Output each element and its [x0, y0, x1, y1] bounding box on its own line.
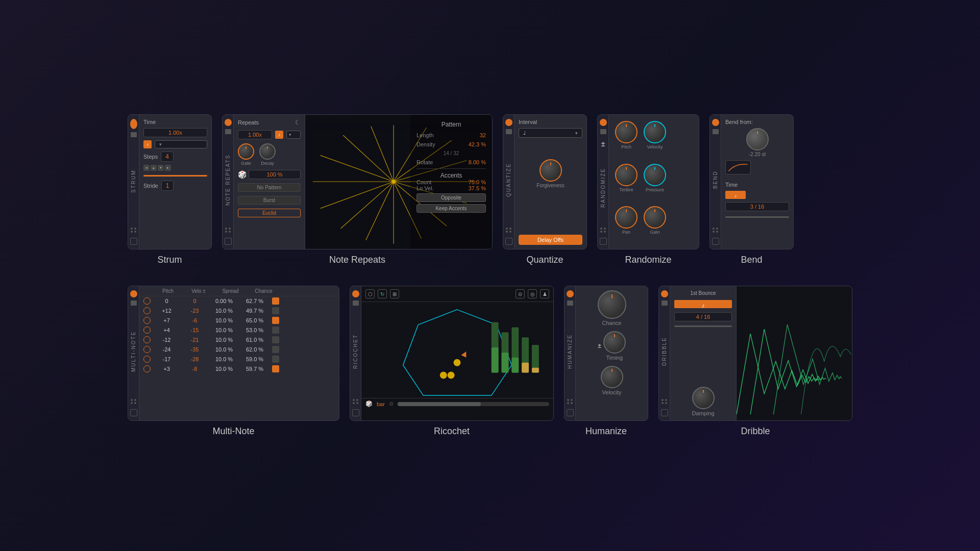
strum-arrow-right[interactable]: ▸ — [165, 165, 171, 171]
keep-accents-btn[interactable]: Keep Accents — [416, 204, 486, 213]
strum-time-label: Time — [143, 119, 207, 125]
mn-row3-velo: -15 — [181, 327, 209, 333]
drib-note-icon[interactable]: ♪ — [674, 300, 732, 308]
rico-icon-target[interactable]: ◎ — [528, 289, 537, 298]
bend-knob-group: -2.20 st — [725, 128, 789, 157]
hum-timing-knob[interactable] — [603, 331, 626, 354]
quantize-wrapper: QUANTIZE Interval ♩ Forgiveness — [503, 114, 587, 265]
pattern-title: Pattern — [416, 121, 486, 128]
pattern-rotate-value[interactable]: 8.00 % — [469, 159, 486, 165]
main-container: STRUM Time 1.00x ♪ Ste — [107, 94, 873, 457]
strum-sidebar-label: STRUM — [131, 140, 136, 222]
mn-row-0[interactable]: 0 0 0.00 % 62.7 % — [139, 296, 339, 306]
drib-damping-knob[interactable] — [692, 387, 715, 409]
mn-row7-power[interactable] — [143, 365, 151, 372]
hum-velocity-group: Velocity — [601, 366, 623, 395]
mn-row3-power[interactable] — [143, 327, 151, 334]
nr-burst-btn[interactable]: Burst — [238, 196, 301, 205]
strum-arrow-up[interactable]: ▴ — [151, 165, 157, 171]
bend-sidebar-label: BEND — [713, 137, 718, 222]
rico-icon-rotate[interactable]: ↻ — [378, 289, 387, 298]
strum-steps-value[interactable]: 4 — [161, 152, 174, 162]
rand-pressure-knob[interactable] — [644, 164, 666, 186]
rand-power[interactable] — [600, 119, 607, 126]
hum-power[interactable] — [567, 290, 574, 297]
hum-sidebar-dots — [567, 399, 573, 404]
rand-pan-knob[interactable] — [615, 206, 638, 229]
hum-sidebar-icon — [567, 300, 573, 306]
q-delay-offs-btn[interactable]: Delay Offs — [519, 235, 582, 245]
hum-velocity-knob[interactable] — [601, 366, 623, 388]
mn-power[interactable] — [130, 290, 137, 297]
rand-gain-knob[interactable] — [644, 206, 666, 229]
opposite-btn[interactable]: Opposite — [416, 193, 486, 202]
ricochet-label: Ricochet — [434, 426, 470, 437]
strum-power[interactable] — [130, 119, 137, 129]
rico-icon-grid[interactable]: ⊞ — [390, 289, 399, 298]
rico-power[interactable] — [352, 290, 359, 297]
nr-rate-value[interactable]: 1.00x — [238, 130, 272, 139]
svg-rect-31 — [522, 363, 529, 373]
mn-row5-power[interactable] — [143, 346, 151, 353]
strum-stride-value[interactable]: 1 — [161, 181, 174, 191]
mn-row-5[interactable]: -24 -35 10.0 % 62.0 % — [139, 345, 339, 355]
rico-icon-dot[interactable]: ⊙ — [516, 289, 525, 298]
rand-timbre-knob[interactable] — [615, 164, 638, 186]
bend-time-note[interactable]: ♪ — [725, 191, 746, 199]
nr-decay-knob[interactable] — [259, 143, 276, 160]
pattern-rotate-row: Rotate 8.00 % — [416, 159, 486, 165]
bend-knob[interactable] — [746, 128, 769, 151]
q-interval-dropdown[interactable]: ♩ — [519, 128, 582, 138]
mn-row1-power[interactable] — [143, 307, 151, 314]
mn-row0-power[interactable] — [143, 297, 151, 305]
rico-icon-hexagon[interactable]: ⬡ — [365, 289, 375, 298]
nr-chance-value[interactable]: 100 % — [249, 170, 301, 179]
q-power[interactable] — [505, 119, 512, 126]
accents-lovel-value[interactable]: 37.5 % — [469, 185, 486, 191]
strum-music-icon[interactable]: ♪ — [143, 140, 152, 148]
drib-fraction[interactable]: 4 / 16 — [674, 312, 732, 321]
rand-timbre-group: Timbre — [615, 164, 638, 201]
bend-power[interactable] — [712, 119, 719, 126]
hum-content: Chance ± Timing Velocity — [576, 286, 648, 420]
note-repeats-wrapper: NOTE REPEATS Repeats ☾ 1.00x ♪ — [222, 114, 493, 265]
strum-time-value[interactable]: 1.00x — [143, 128, 207, 137]
humanize-panel: HUMANIZE Chance ± Timing — [564, 286, 648, 421]
mn-row6-sq — [270, 356, 281, 363]
rico-icon-pin[interactable]: ♟ — [540, 289, 549, 298]
accents-count-value[interactable]: 75.0 % — [469, 179, 486, 185]
nr-power[interactable] — [225, 119, 232, 126]
bend-sidebar: BEND — [710, 115, 721, 249]
rand-velocity-knob[interactable] — [644, 121, 666, 143]
bend-time-fraction[interactable]: 3 / 16 — [725, 202, 789, 211]
mn-sidebar-icon — [131, 300, 137, 306]
nr-gate-knob[interactable] — [238, 143, 254, 160]
rand-sidebar-label: RANDOMIZE — [600, 154, 606, 222]
mn-row-2[interactable]: +7 -6 10.0 % 65.0 % — [139, 316, 339, 325]
strum-dropdown[interactable] — [155, 140, 207, 148]
rand-plus: ± — [601, 139, 605, 148]
hum-chance-knob[interactable] — [598, 290, 626, 319]
drib-power[interactable] — [661, 290, 668, 297]
pattern-length-label: Length — [416, 132, 434, 138]
mn-row-3[interactable]: +4 -15 10.0 % 53.0 % — [139, 325, 339, 335]
mn-row-6[interactable]: -17 -28 10.0 % 59.0 % — [139, 355, 339, 364]
mn-row-4[interactable]: -12 -21 10.0 % 61.0 % — [139, 335, 339, 345]
mn-row6-power[interactable] — [143, 356, 151, 363]
nr-music-icon[interactable]: ♪ — [275, 131, 283, 139]
mn-row-1[interactable]: +12 -23 10.0 % 49.7 % — [139, 306, 339, 316]
nr-rate-dropdown[interactable] — [286, 131, 301, 139]
nr-no-pattern-btn[interactable]: No Pattern — [238, 183, 301, 192]
strum-arrow-left[interactable]: ◂ — [143, 165, 150, 171]
q-forgiveness-knob[interactable] — [540, 159, 562, 182]
strum-bar — [143, 175, 207, 177]
mn-row-7[interactable]: +3 -8 10.0 % 59.7 % — [139, 364, 339, 374]
pattern-length-value[interactable]: 32 — [480, 132, 486, 138]
nr-euclid-btn[interactable]: Euclid — [238, 209, 301, 217]
mn-row2-power[interactable] — [143, 317, 151, 324]
mn-row4-power[interactable] — [143, 336, 151, 343]
strum-arrow-down[interactable]: ▾ — [158, 165, 164, 171]
rand-pitch-knob[interactable] — [615, 121, 638, 143]
mn-sidebar: MULTI-NOTE — [128, 286, 139, 420]
pattern-density-value[interactable]: 42.3 % — [469, 141, 486, 147]
